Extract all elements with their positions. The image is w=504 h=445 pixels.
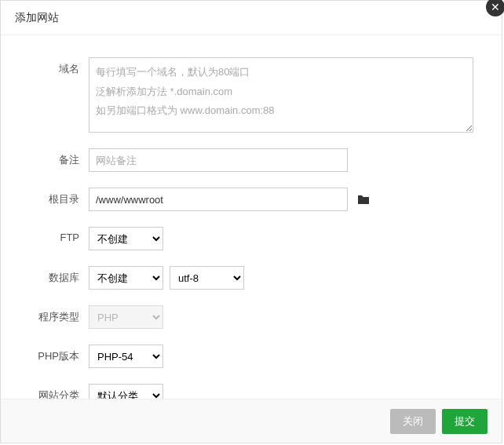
row-ftp: FTP 不创建 — [16, 227, 486, 250]
cancel-button[interactable]: 关闭 — [390, 409, 436, 434]
close-icon: ✕ — [491, 2, 500, 13]
charset-select[interactable]: utf-8 — [170, 266, 244, 290]
ftp-select[interactable]: 不创建 — [89, 227, 163, 250]
dialog-body: 域名 备注 根目录 FTP 不创建 — [1, 35, 502, 399]
label-root: 根目录 — [16, 188, 89, 206]
row-domain: 域名 — [16, 57, 486, 133]
root-input[interactable] — [89, 188, 348, 211]
note-input[interactable] — [89, 148, 348, 172]
program-select: PHP — [89, 305, 163, 329]
label-program: 程序类型 — [16, 305, 89, 324]
label-note: 备注 — [16, 148, 89, 167]
row-program: 程序类型 PHP — [16, 305, 486, 329]
dialog-title: 添加网站 — [15, 11, 59, 25]
php-select[interactable]: PHP-54 — [89, 345, 163, 368]
dialog-header: 添加网站 ✕ — [1, 1, 502, 35]
add-site-dialog: 添加网站 ✕ 域名 备注 根目录 — [0, 0, 502, 443]
submit-button[interactable]: 提交 — [442, 409, 488, 434]
label-php: PHP版本 — [16, 345, 89, 363]
database-select[interactable]: 不创建 — [89, 266, 163, 290]
label-category: 网站分类 — [16, 384, 89, 399]
category-select[interactable]: 默认分类 — [89, 384, 163, 399]
folder-icon[interactable] — [357, 194, 370, 205]
label-domain: 域名 — [16, 57, 89, 76]
label-ftp: FTP — [16, 227, 89, 243]
row-php: PHP版本 PHP-54 — [16, 345, 486, 368]
row-note: 备注 — [16, 148, 486, 172]
row-root: 根目录 — [16, 188, 486, 211]
row-database: 数据库 不创建 utf-8 — [16, 266, 486, 290]
domain-input[interactable] — [89, 57, 473, 133]
close-button[interactable]: ✕ — [486, 0, 504, 16]
row-category: 网站分类 默认分类 — [16, 384, 486, 399]
dialog-footer: 关闭 提交 — [1, 399, 502, 443]
label-database: 数据库 — [16, 266, 89, 285]
